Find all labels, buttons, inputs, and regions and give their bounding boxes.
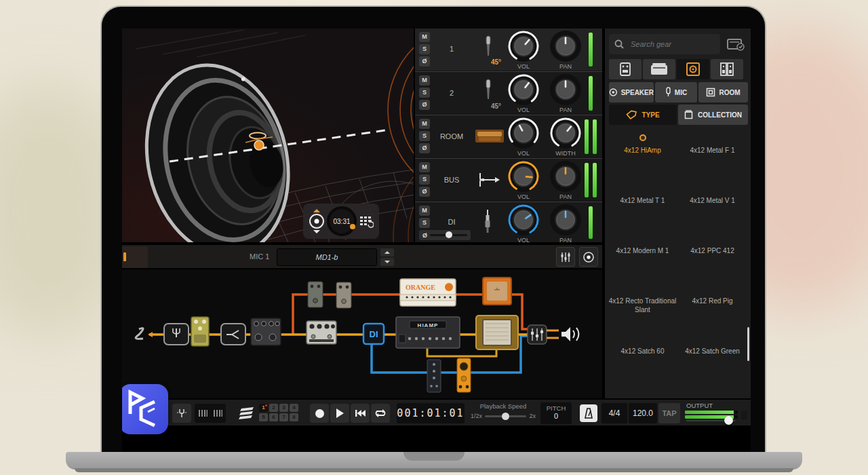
- preset-bank-4[interactable]: 4: [290, 404, 298, 412]
- mic-model-down-button[interactable]: [380, 258, 394, 266]
- channel-solo-button[interactable]: S: [419, 218, 430, 228]
- mic-distance-dial[interactable]: 03:31: [327, 206, 357, 236]
- tuner-pedal[interactable]: [164, 324, 189, 345]
- my-gear-icon[interactable]: [726, 37, 746, 54]
- channel-pan-knob[interactable]: PAN: [548, 160, 583, 204]
- speaker-3d-view[interactable]: 03:31: [122, 28, 415, 242]
- preset-bank-5[interactable]: 5: [259, 413, 268, 421]
- preset-bank-2[interactable]: 2: [269, 404, 278, 412]
- di-node[interactable]: DI: [363, 324, 384, 344]
- gear-item[interactable]: 4x12 Recto Traditional Slant: [608, 278, 677, 328]
- metronome-button[interactable]: [580, 404, 597, 422]
- output-mute-block[interactable]: [741, 411, 747, 419]
- bpm-display[interactable]: 120.0: [629, 403, 657, 423]
- channel-vol-knob[interactable]: VOL: [506, 160, 541, 204]
- channel-mute-button[interactable]: M: [419, 206, 430, 216]
- category-rack-button[interactable]: [711, 59, 743, 79]
- search-input[interactable]: [629, 39, 704, 49]
- gear-item[interactable]: 4x12 Modern M 1: [608, 228, 677, 278]
- channel-phase-slider[interactable]: Ø: [419, 230, 471, 240]
- mic-model-selector[interactable]: MD1-b: [277, 248, 377, 266]
- orange-cab[interactable]: [483, 278, 511, 305]
- filter-room-button[interactable]: ROOM: [698, 82, 748, 102]
- rewind-button[interactable]: [351, 404, 370, 423]
- grid-reset-icon[interactable]: [359, 214, 374, 229]
- channel-pan-knob[interactable]: PAN: [548, 204, 583, 247]
- overdrive-pedal[interactable]: [191, 317, 209, 346]
- mic-down-chevron[interactable]: [313, 230, 320, 233]
- category-cabinet-button[interactable]: [677, 59, 709, 79]
- channel-solo-button[interactable]: S: [419, 131, 430, 141]
- dark-pedal[interactable]: [251, 318, 281, 345]
- channel-phase-button[interactable]: Ø: [419, 143, 430, 153]
- speed-slider-knob[interactable]: [502, 413, 509, 420]
- di-orange-pedal[interactable]: [457, 358, 471, 392]
- tuner-button[interactable]: [172, 404, 191, 423]
- output-volume-knob[interactable]: [724, 416, 733, 425]
- tap-tempo-button[interactable]: TAP: [658, 403, 680, 423]
- gear-search[interactable]: [609, 34, 720, 54]
- di-rack-unit[interactable]: [427, 360, 441, 392]
- gear-item[interactable]: 4x12 Metal F 1: [677, 128, 747, 178]
- gear-item[interactable]: 4x12 Red Pig: [677, 278, 747, 328]
- filter-mic-button[interactable]: MIC: [655, 82, 697, 102]
- output-volume-slider[interactable]: [686, 420, 735, 421]
- gear-item-partial[interactable]: [677, 379, 747, 398]
- channel-phase-button[interactable]: Ø: [419, 56, 430, 66]
- mixer-channel-2[interactable]: MSØ245° VOL PAN: [415, 71, 602, 114]
- tab-collection[interactable]: COLLECTION: [678, 104, 748, 125]
- tab-type[interactable]: TYPE: [609, 104, 677, 125]
- mic-target-icon[interactable]: [309, 213, 325, 229]
- channel-pan-knob[interactable]: PAN: [548, 30, 583, 73]
- chain-mixer-node[interactable]: [528, 325, 547, 344]
- category-amp-button[interactable]: [643, 59, 675, 79]
- channel-phase-button[interactable]: Ø: [419, 100, 430, 110]
- gear-item[interactable]: 4x12 Satch 60: [608, 328, 677, 379]
- pitch-control[interactable]: PITCH 0: [540, 402, 572, 424]
- mixer-channel-1[interactable]: MSØ145° VOL PAN: [415, 28, 602, 71]
- channel-mute-button[interactable]: M: [419, 162, 430, 172]
- gear-item[interactable]: 4x12 Satch Green: [677, 328, 747, 379]
- channel-width-knob[interactable]: WIDTH: [548, 117, 583, 160]
- channel-phase-button[interactable]: Ø: [419, 187, 430, 197]
- channel-vol-knob[interactable]: VOL: [506, 73, 541, 117]
- channel-solo-button[interactable]: S: [419, 44, 430, 54]
- mixer-channel-bus[interactable]: MSØBUS VOL PAN: [415, 158, 602, 201]
- selected-cab[interactable]: [476, 316, 518, 349]
- channel-mute-button[interactable]: M: [419, 75, 430, 86]
- preset-list-button[interactable]: [239, 406, 255, 423]
- chorus-pedal[interactable]: [307, 321, 336, 344]
- gear-scrollbar[interactable]: [747, 327, 749, 361]
- play-button[interactable]: [330, 404, 349, 423]
- speed-slider[interactable]: [485, 415, 526, 417]
- gear-item[interactable]: 4x12 Metal T 1: [608, 178, 677, 228]
- record-button[interactable]: [310, 404, 329, 423]
- branch-pedal-1[interactable]: [308, 282, 323, 307]
- mixer-channel-room[interactable]: MSØROOM VOL WIDTH: [415, 115, 602, 157]
- splitter-node[interactable]: [221, 324, 245, 345]
- gear-item[interactable]: 4x12 HiAmp: [608, 128, 677, 178]
- gear-item-partial[interactable]: [608, 379, 677, 398]
- channel-vol-knob[interactable]: VOL: [506, 204, 541, 247]
- preset-bank-6[interactable]: 6: [269, 413, 278, 421]
- orange-amp[interactable]: ORANGE: [400, 279, 456, 306]
- channel-solo-button[interactable]: S: [419, 174, 430, 185]
- preset-bank-7[interactable]: 7: [279, 413, 288, 421]
- channel-vol-knob[interactable]: VOL: [506, 30, 541, 73]
- channel-solo-button[interactable]: S: [419, 88, 430, 98]
- gear-item[interactable]: 4x12 Metal V 1: [677, 178, 747, 228]
- mic-up-chevron[interactable]: [313, 209, 320, 212]
- channel-vol-knob[interactable]: VOL: [506, 117, 541, 160]
- loop-button[interactable]: [371, 404, 390, 423]
- preset-bank-3[interactable]: 3: [279, 404, 288, 412]
- input-jack-icon[interactable]: [136, 328, 153, 339]
- gear-item[interactable]: 4x12 PPC 412: [677, 228, 747, 278]
- branch-pedal-2[interactable]: [336, 282, 351, 308]
- mic-model-up-button[interactable]: [380, 248, 394, 256]
- channel-mute-button[interactable]: M: [419, 119, 430, 129]
- preset-bank-1[interactable]: 1: [259, 404, 268, 412]
- category-stomp-button[interactable]: [609, 59, 642, 79]
- filter-speaker-button[interactable]: SPEAKER: [609, 82, 654, 102]
- time-signature[interactable]: 4/4: [601, 403, 627, 423]
- mixer-view-button[interactable]: [556, 247, 575, 267]
